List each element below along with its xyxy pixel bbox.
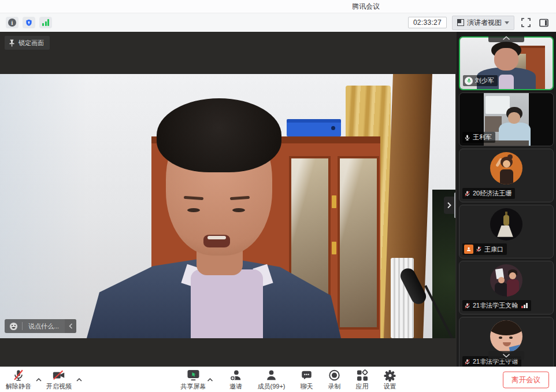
pin-icon (9, 39, 15, 47)
invite-button[interactable]: 邀请 (229, 369, 243, 391)
unmute-button[interactable]: 解除静音 (6, 369, 31, 391)
fullscreen-icon (521, 18, 531, 27)
chat-input-placeholder[interactable]: 说点什么... (23, 322, 65, 331)
record-icon (328, 369, 341, 382)
header-left-icons: i (6, 17, 52, 28)
sidebar-expand-handle[interactable] (444, 197, 454, 214)
record-button[interactable]: 录制 (328, 369, 341, 391)
info-icon: i (8, 19, 16, 27)
chat-button[interactable]: 聊天 (301, 369, 313, 391)
participant-name: 王利军 (473, 133, 492, 142)
security-button[interactable] (23, 17, 35, 28)
meeting-info-button[interactable]: i (6, 17, 18, 28)
chat-bubble-icon (301, 369, 313, 382)
share-screen-label: 共享屏幕 (181, 382, 206, 391)
network-signal-icon (42, 19, 49, 26)
bookcase-hinge (332, 242, 336, 254)
pin-view-label: 锁定画面 (18, 39, 44, 47)
mic-muted-icon (12, 369, 25, 382)
participant-name: 刘少军 (475, 76, 494, 85)
mic-options-button[interactable] (35, 371, 43, 389)
mic-muted-icon (464, 302, 470, 309)
sidebar-toggle-icon (539, 19, 548, 27)
scroll-up-button[interactable] (488, 34, 524, 42)
share-screen-icon (187, 369, 201, 382)
participant-tile[interactable]: 王利军 (459, 93, 554, 146)
members-label: 成员(99+) (258, 382, 286, 391)
video-options-button[interactable] (75, 371, 83, 389)
meeting-timer: 02:33:27 (408, 17, 447, 28)
apps-button[interactable]: 应用 (356, 369, 369, 391)
meeting-main-area: 锁定画面 (0, 32, 556, 367)
chat-label: 聊天 (301, 382, 313, 391)
gear-icon (384, 369, 396, 382)
participant-nameplate: 王康口 (462, 243, 507, 255)
avatar (490, 208, 522, 241)
bottom-toolbar: 解除静音 开启视频 (0, 367, 556, 392)
main-video-stage: 锁定画面 (0, 32, 455, 367)
participant-tile[interactable]: 21非法学王文翰 (459, 261, 554, 315)
leave-meeting-button[interactable]: 离开会议 (503, 371, 549, 388)
chevron-left-icon (69, 323, 73, 329)
network-status-button[interactable] (39, 17, 52, 28)
apps-label: 应用 (356, 382, 369, 391)
bookcase-hinge (332, 195, 336, 208)
participant-tile[interactable]: 王康口 (459, 205, 554, 258)
chevron-up-icon (502, 36, 510, 40)
splitter-grip[interactable] (454, 193, 455, 218)
participant-name: 20经济法王珊 (473, 189, 511, 198)
mic-on-icon (465, 77, 473, 85)
view-mode-button[interactable]: 演讲者视图 (452, 16, 514, 30)
window-titlebar: 腾讯会议 (0, 0, 556, 13)
chevron-up-icon (36, 378, 42, 382)
start-video-button[interactable]: 开启视频 (46, 369, 72, 391)
avatar (490, 264, 522, 297)
sidebar-toggle-button[interactable] (538, 17, 550, 28)
avatar (490, 320, 522, 353)
avatar (490, 152, 522, 184)
mic-muted-icon (464, 190, 470, 197)
participant-name: 王康口 (484, 245, 503, 254)
main-speaker-video (0, 74, 455, 338)
members-button[interactable]: 成员(99+) (258, 369, 286, 391)
bookcase-glass-door (338, 156, 379, 330)
mic-muted-icon (476, 246, 482, 253)
chevron-down-icon (505, 21, 509, 24)
collapse-chat-button[interactable] (65, 319, 76, 333)
invite-label: 邀请 (229, 382, 242, 391)
camera-off-icon (52, 369, 66, 382)
participant-tile[interactable]: 20经济法王珊 (459, 149, 554, 202)
unmute-label: 解除静音 (6, 382, 31, 391)
participant-nameplate: 20经济法王珊 (462, 188, 515, 199)
emoji-icon[interactable] (5, 322, 22, 331)
speaker-mouth (203, 235, 230, 247)
scroll-down-button[interactable] (488, 351, 524, 360)
participants-sidebar: 刘少军 王利军 (457, 32, 556, 367)
apps-grid-icon (356, 369, 368, 382)
members-icon (265, 369, 278, 382)
speaker-hair (157, 98, 281, 172)
share-screen-button[interactable]: 共享屏幕 (181, 369, 206, 391)
mic-on-icon (464, 134, 470, 141)
pin-view-button[interactable]: 锁定画面 (5, 36, 50, 50)
start-video-label: 开启视频 (46, 382, 72, 391)
settings-button[interactable]: 设置 (384, 369, 396, 391)
record-label: 录制 (328, 382, 341, 391)
header-right-controls: 02:33:27 演讲者视图 (408, 16, 550, 30)
quick-chat-bar[interactable]: 说点什么... (5, 319, 76, 333)
invite-person-icon (229, 369, 243, 382)
participant-nameplate: 刘少军 (463, 75, 498, 86)
fullscreen-button[interactable] (520, 17, 532, 28)
chevron-up-icon (76, 378, 82, 382)
settings-label: 设置 (384, 382, 396, 391)
security-shield-icon (25, 19, 33, 27)
toolbar-center-group: 共享屏幕 邀请 (181, 367, 396, 392)
participant-tile[interactable]: 刘少军 (459, 36, 554, 90)
participant-nameplate: 21非法学王文翰 (462, 300, 531, 311)
weak-network-icon (521, 303, 528, 308)
view-mode-label: 演讲者视图 (467, 18, 502, 28)
speaker-eye (232, 208, 245, 212)
share-options-button[interactable] (206, 371, 214, 389)
chevron-up-icon (207, 378, 213, 382)
speaker-eye (187, 208, 200, 212)
